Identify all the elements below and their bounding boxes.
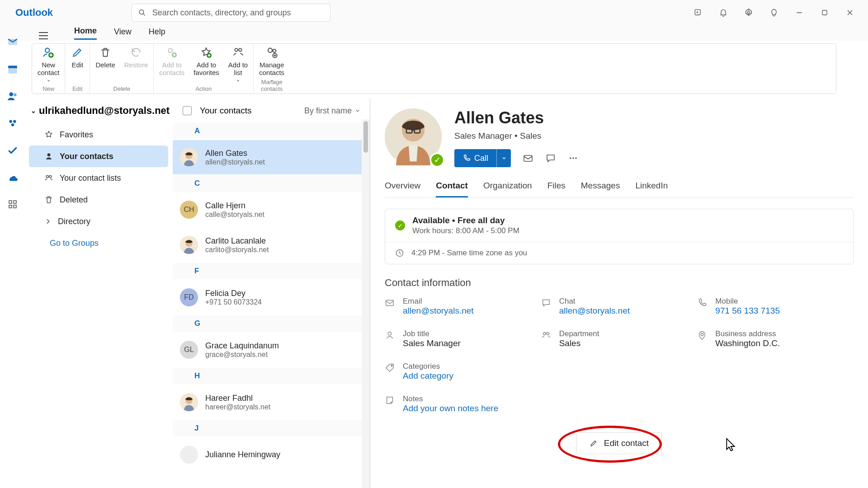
- search-input[interactable]: [152, 8, 324, 18]
- svg-point-56: [391, 365, 392, 366]
- app-brand: Outlook: [2, 7, 53, 19]
- list-title: Your contacts: [200, 106, 251, 116]
- hamburger-icon[interactable]: [38, 32, 49, 40]
- svg-point-55: [701, 333, 704, 336]
- mail-icon[interactable]: [523, 153, 533, 164]
- tab-organization[interactable]: Organization: [483, 181, 532, 197]
- star-icon: [44, 130, 53, 139]
- close-icon[interactable]: [845, 8, 854, 17]
- tab-view[interactable]: View: [114, 27, 132, 39]
- more-icon[interactable]: [568, 153, 579, 164]
- sidebar-item-groups[interactable]: Go to Groups: [29, 232, 168, 254]
- svg-point-34: [49, 175, 52, 178]
- status-card: ✓ Available • Free all day Work hours: 8…: [385, 209, 854, 264]
- add-to-favorites-button[interactable]: Add to favorites: [193, 46, 219, 82]
- svg-rect-51: [386, 300, 394, 306]
- field-mobile: Mobile971 56 133 7135: [697, 297, 854, 316]
- tab-overview[interactable]: Overview: [385, 181, 420, 197]
- tab-linkedin[interactable]: LinkedIn: [635, 181, 668, 197]
- add-to-list-button[interactable]: Add to list ⌄: [228, 46, 248, 82]
- gear-icon[interactable]: [744, 8, 753, 17]
- add-to-contacts-button: Add to contacts: [159, 46, 184, 82]
- sidebar-item-favorites[interactable]: Favorites: [29, 124, 168, 145]
- titlebar: Outlook: [0, 0, 868, 25]
- search-box[interactable]: [132, 4, 330, 22]
- maximize-icon[interactable]: [820, 8, 829, 17]
- contact-row[interactable]: CHCalle Hjerncalle@storyals.net: [173, 192, 365, 227]
- tab-contact[interactable]: Contact: [436, 181, 468, 197]
- tab-home[interactable]: Home: [74, 26, 97, 40]
- svg-point-53: [543, 333, 546, 335]
- list-scrollbar[interactable]: [362, 119, 370, 488]
- list-letter-header: C: [173, 175, 365, 192]
- call-split-button[interactable]: [496, 149, 511, 167]
- contact-row[interactable]: GLGrace Laquindanumgrace@storyals.net: [173, 333, 365, 367]
- avatar: [180, 148, 198, 166]
- contact-row[interactable]: Carlito Lacanlalecarlito@storyals.net: [173, 228, 365, 262]
- tab-messages[interactable]: Messages: [581, 181, 620, 197]
- sort-button[interactable]: By first name: [304, 106, 361, 116]
- new-contact-button[interactable]: New contact ⌄: [38, 46, 59, 82]
- minimize-icon[interactable]: [795, 8, 804, 17]
- calendar-app-icon[interactable]: [7, 63, 19, 75]
- contact-sub: grace@storyals.net: [205, 351, 279, 359]
- contact-row[interactable]: Allen Gatesallen@storyals.net: [173, 140, 365, 174]
- profile-title: Sales Manager • Sales: [454, 131, 579, 141]
- contact-row[interactable]: FDFelicia Dey+971 50 6073324: [173, 280, 365, 314]
- svg-point-0: [139, 10, 144, 14]
- call-button[interactable]: Call: [454, 149, 511, 167]
- field-email: Emailallen@storyals.net: [385, 297, 541, 316]
- ribbon: New contact ⌄ New Edit Edit Delete Resto…: [32, 43, 836, 94]
- contact-name: Grace Laquindanum: [205, 341, 279, 351]
- svg-point-28: [239, 48, 242, 52]
- people-icon: [541, 330, 551, 340]
- sidebar-item-contact-lists[interactable]: Your contact lists: [29, 167, 168, 189]
- lightbulb-icon[interactable]: [769, 8, 778, 17]
- svg-point-33: [46, 175, 48, 178]
- tab-help[interactable]: Help: [149, 27, 165, 39]
- presence-badge: ✓: [430, 153, 444, 167]
- list-letter-header: A: [173, 123, 365, 139]
- mail-app-icon[interactable]: [7, 36, 19, 48]
- avatar: [180, 446, 198, 464]
- field-categories: CategoriesAdd category: [385, 362, 541, 381]
- field-address: Business addressWashington D.C.: [697, 329, 854, 348]
- contact-sub: hareer@storyals.net: [205, 403, 270, 411]
- contact-name: Carlito Lacanlale: [205, 236, 269, 246]
- svg-point-49: [575, 157, 577, 159]
- edit-contact-button[interactable]: Edit contact: [576, 432, 662, 454]
- svg-point-47: [570, 157, 571, 159]
- contact-name: Hareer Fadhl: [205, 394, 270, 403]
- delete-button[interactable]: Delete: [95, 46, 115, 69]
- mail-icon: [385, 298, 395, 308]
- note-icon: [385, 395, 395, 405]
- sidebar-item-directory[interactable]: Directory: [29, 211, 168, 232]
- sidebar-item-your-contacts[interactable]: Your contacts: [29, 145, 168, 167]
- profile-name: Allen Gates: [454, 108, 579, 127]
- field-department: DepartmentSales: [541, 329, 698, 348]
- tab-files[interactable]: Files: [547, 181, 566, 197]
- svg-point-29: [268, 48, 272, 52]
- contact-sub: calle@storyals.net: [205, 211, 264, 219]
- manage-contacts-button[interactable]: Manage contacts ⌄: [259, 46, 284, 82]
- clock-icon: [395, 249, 404, 258]
- people-icon: [44, 174, 53, 183]
- edit-button[interactable]: Edit: [71, 46, 84, 69]
- list-letter-header: J: [173, 420, 365, 436]
- chevron-down-icon: [354, 108, 361, 114]
- contact-row[interactable]: Julianne Hemingway: [173, 437, 365, 472]
- location-icon: [697, 330, 707, 340]
- bell-icon[interactable]: [719, 8, 728, 17]
- svg-rect-9: [8, 66, 17, 68]
- account-header[interactable]: ⌄ulrikahedlund@storyals.net: [26, 102, 171, 124]
- chat-icon[interactable]: [545, 153, 556, 164]
- list-letter-header: G: [173, 315, 365, 332]
- trash-icon: [44, 195, 53, 204]
- sparkle-icon[interactable]: [693, 8, 703, 17]
- sidebar-item-deleted[interactable]: Deleted: [29, 189, 168, 211]
- profile-avatar: ✓: [385, 108, 442, 165]
- pencil-icon: [590, 439, 598, 447]
- contact-row[interactable]: Hareer Fadhlhareer@storyals.net: [173, 385, 365, 419]
- restore-button: Restore: [124, 46, 148, 69]
- select-all-checkbox[interactable]: [183, 106, 192, 115]
